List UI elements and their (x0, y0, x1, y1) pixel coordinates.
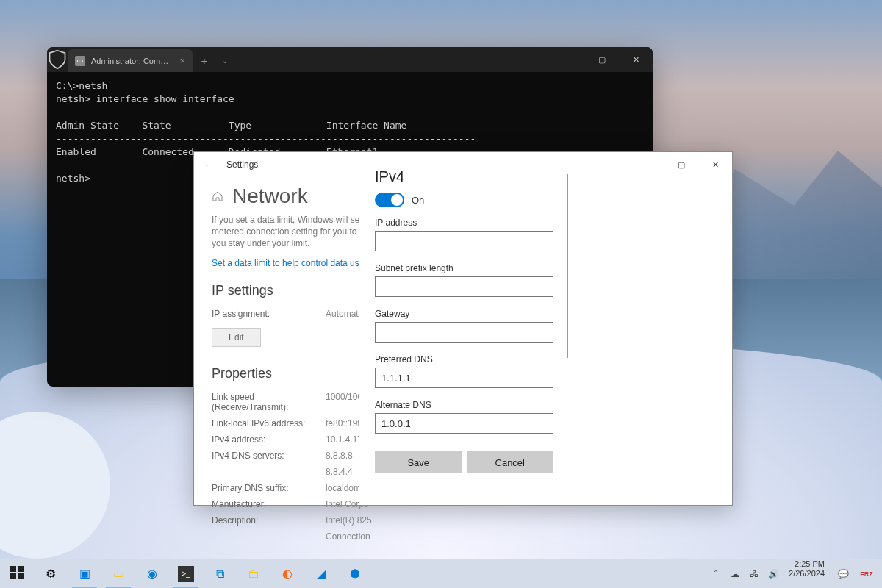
taskbar-app-icon[interactable]: ◢ (304, 559, 338, 588)
tray-fraps-icon[interactable]: FRZ (856, 559, 878, 588)
terminal-tab[interactable]: c:\ Administrator: Command Prom × (68, 49, 193, 72)
svg-rect-3 (18, 573, 24, 579)
ip-address-label: IP address (375, 218, 553, 228)
ipv4-title: IPv4 (375, 168, 553, 185)
ipv4-toggle[interactable] (375, 193, 404, 207)
taskbar-edge-icon[interactable]: ◉ (135, 559, 169, 588)
property-row: Description:Intel(R) 825 (212, 515, 714, 526)
ipv4-dialog[interactable]: IPv4 On IP address Subnet prefix length … (359, 151, 570, 506)
taskbar-clock[interactable]: 2:25 PM 2/26/2024 (783, 559, 831, 588)
taskbar-terminal-icon[interactable]: >_ (169, 559, 203, 588)
back-button[interactable]: ← (194, 159, 223, 171)
save-button[interactable]: Save (375, 451, 462, 473)
cancel-button[interactable]: Cancel (467, 451, 554, 473)
taskbar-firefox-icon[interactable]: ◐ (270, 559, 304, 588)
windows-icon (10, 566, 24, 582)
subnet-label: Subnet prefix length (375, 263, 553, 273)
shield-icon (47, 47, 68, 72)
taskbar-vscode-icon[interactable]: ⧉ (203, 559, 237, 588)
tab-title: Administrator: Command Prom (91, 57, 173, 65)
minimize-button[interactable]: ─ (551, 47, 585, 72)
property-label: IPv4 DNS servers: (212, 451, 326, 461)
tray-notifications-icon[interactable]: 💬 (831, 559, 856, 588)
property-value: Intel(R) 825 (326, 515, 372, 526)
maximize-button[interactable]: ▢ (664, 152, 698, 177)
taskbar-sandbox-icon[interactable]: ▣ (68, 559, 101, 588)
preferred-dns-label: Preferred DNS (375, 354, 553, 365)
ip-address-input[interactable] (375, 231, 553, 251)
property-label: IPv4 address: (212, 434, 326, 445)
minimize-button[interactable]: ─ (631, 152, 664, 177)
window-title: Settings (226, 159, 258, 170)
cmd-icon: c:\ (75, 56, 85, 66)
property-label (212, 531, 326, 542)
taskbar[interactable]: ⚙ ▣ ▭ ◉ >_ ⧉ 🗀 ◐ ◢ ⬢ ˄ ☁ 🖧 🔊 2:25 PM 2/2… (0, 559, 882, 588)
show-desktop-button[interactable] (878, 559, 882, 588)
taskbar-settings-icon[interactable]: ⚙ (34, 559, 68, 588)
tray-chevron-icon[interactable]: ˄ (709, 569, 723, 579)
close-button[interactable]: ✕ (619, 47, 653, 72)
svg-rect-2 (10, 573, 16, 579)
system-tray[interactable]: ˄ ☁ 🖧 🔊 (706, 559, 783, 588)
toggle-state-label: On (412, 195, 424, 206)
gateway-input[interactable] (375, 322, 553, 343)
taskbar-explorer-icon[interactable]: ▭ (101, 559, 135, 588)
property-label: Link-local IPv6 address: (212, 418, 326, 429)
subnet-input[interactable] (375, 276, 553, 297)
terminal-titlebar[interactable]: c:\ Administrator: Command Prom × + ⌄ ─ … (47, 47, 653, 72)
tray-onedrive-icon[interactable]: ☁ (728, 569, 742, 579)
start-button[interactable] (0, 559, 34, 588)
svg-rect-1 (18, 566, 24, 572)
alternate-dns-label: Alternate DNS (375, 400, 553, 410)
alternate-dns-input[interactable] (375, 413, 553, 434)
property-value: 8.8.4.4 (326, 467, 353, 477)
svg-rect-0 (10, 566, 16, 572)
property-label: Link speed (Receive/Transmit): (212, 392, 326, 412)
tab-dropdown-icon[interactable]: ⌄ (216, 49, 234, 72)
new-tab-button[interactable]: + (193, 49, 216, 71)
tray-volume-icon[interactable]: 🔊 (767, 569, 780, 579)
maximize-button[interactable]: ▢ (585, 47, 619, 72)
taskbar-fileexplorer-icon[interactable]: 🗀 (237, 559, 270, 588)
property-value: 8.8.8.8 (326, 451, 353, 461)
page-title: Network (232, 184, 308, 208)
property-label (212, 467, 326, 477)
property-label: Description: (212, 515, 326, 526)
clock-time: 2:25 PM (789, 559, 825, 569)
tray-network-icon[interactable]: 🖧 (747, 569, 761, 579)
home-icon[interactable] (212, 190, 223, 202)
property-label: Primary DNS suffix: (212, 483, 326, 493)
tab-close-icon[interactable]: × (179, 55, 185, 66)
gateway-label: Gateway (375, 309, 553, 319)
close-button[interactable]: ✕ (698, 152, 732, 177)
scrollbar-thumb[interactable] (567, 174, 568, 358)
ip-assignment-label: IP assignment: (212, 309, 326, 319)
property-label: Manufacturer: (212, 499, 326, 509)
property-value: Connection (326, 531, 370, 542)
preferred-dns-input[interactable] (375, 368, 553, 388)
taskbar-store-icon[interactable]: ⬢ (338, 559, 372, 588)
clock-date: 2/26/2024 (789, 569, 825, 578)
property-row: Connection (212, 531, 714, 542)
edit-button[interactable]: Edit (212, 328, 261, 347)
